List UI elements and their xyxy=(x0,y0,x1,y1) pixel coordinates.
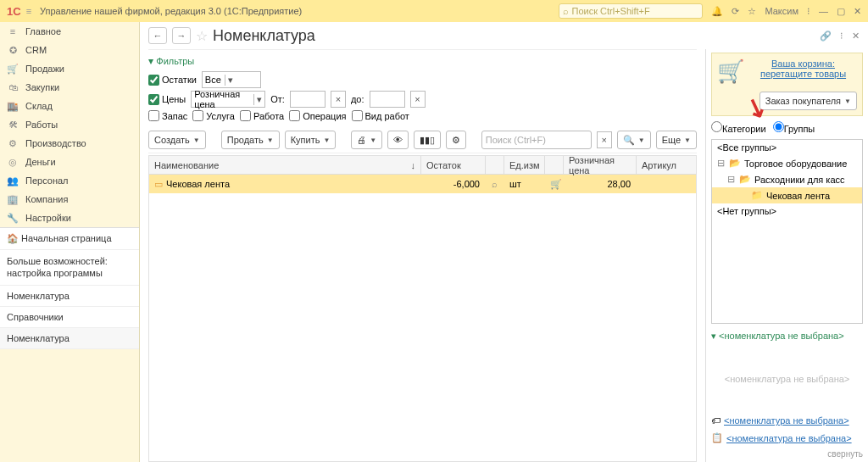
tree-node-trade[interactable]: ⊟📂Торговое оборудование xyxy=(712,155,862,171)
clear-search-button[interactable]: × xyxy=(597,131,612,148)
label: Купить xyxy=(291,135,320,145)
sort-icon: ↓ xyxy=(411,160,416,170)
sidebar-nomenclature-1[interactable]: Номенклатура xyxy=(0,286,139,307)
detail-panel-toggle[interactable]: ▾ <номенклатура не выбрана> xyxy=(711,329,863,343)
customer-order-button[interactable]: Заказ покупателя▼ xyxy=(760,92,857,110)
item-icon: ▭ xyxy=(154,179,163,190)
sidebar-item-warehouse[interactable]: 🏬Склад xyxy=(0,97,139,115)
copy-icon: 📋 xyxy=(711,432,723,443)
footer-link-1[interactable]: 🏷<номенклатура не выбрана> xyxy=(711,415,863,426)
settings-button[interactable]: ⚙ xyxy=(446,131,466,149)
people-icon: 👥 xyxy=(7,175,19,186)
user-name[interactable]: Максим xyxy=(765,6,798,16)
star-icon[interactable]: ☆ xyxy=(748,6,756,17)
filter-ostatki-combo[interactable]: Все▾ xyxy=(202,71,261,88)
sidebar-references[interactable]: Справочники xyxy=(0,307,139,328)
tree-all-groups[interactable]: <Все группы> xyxy=(712,140,862,155)
label: Наименование xyxy=(154,160,219,170)
close-tab-icon[interactable]: ✕ xyxy=(852,31,860,42)
maximize-icon[interactable]: ▢ xyxy=(837,6,845,17)
sidebar-home-page[interactable]: 🏠 Начальная страница xyxy=(0,227,139,250)
buy-button[interactable]: Купить▼ xyxy=(285,131,337,149)
filters-label: Фильтры xyxy=(156,56,194,66)
col-name[interactable]: Наименование↓ xyxy=(149,156,421,174)
create-button[interactable]: Создать▼ xyxy=(148,131,206,149)
collapse-icon[interactable]: ⊟ xyxy=(717,158,726,169)
radio-categories[interactable]: Категории xyxy=(711,121,766,134)
filter-ceny-combo[interactable]: Розничная цена▾ xyxy=(191,91,265,108)
lens-icon[interactable]: ⌕ xyxy=(486,179,504,189)
sidebar-item-works[interactable]: 🛠Работы xyxy=(0,115,139,134)
tree-node-consumables[interactable]: ⊟📂Расходники для касс xyxy=(712,171,862,187)
label: <номенклатура не выбрана> xyxy=(726,433,852,443)
col-price[interactable]: Розничная цена xyxy=(564,156,637,174)
sidebar-item-crm[interactable]: ✪CRM xyxy=(0,41,139,59)
filter-zapas-check[interactable]: Запас xyxy=(148,110,187,121)
sidebar-item-personnel[interactable]: 👥Персонал xyxy=(0,171,139,190)
radio-groups[interactable]: Группы xyxy=(773,121,815,134)
cart-add-icon[interactable]: 🛒 xyxy=(545,179,564,190)
filter-ostatki-check[interactable]: Остатки xyxy=(148,75,197,86)
sidebar-item-money[interactable]: ◎Деньги xyxy=(0,153,139,171)
global-search[interactable]: ⌕ Поиск Ctrl+Shift+F xyxy=(559,3,703,19)
sidebar-item-settings[interactable]: 🔧Настройки xyxy=(0,209,139,227)
history-icon[interactable]: ⟳ xyxy=(732,6,739,17)
tree-no-group[interactable]: <Нет группы> xyxy=(712,203,862,219)
sidebar-item-purchases[interactable]: 🛍Закупки xyxy=(0,78,139,97)
sidebar-item-production[interactable]: ⚙Производство xyxy=(0,134,139,153)
clear-to-button[interactable]: × xyxy=(410,91,426,108)
page-title: Номенклатура xyxy=(213,27,315,45)
filter-to-input[interactable] xyxy=(370,91,405,108)
sidebar-item-sales[interactable]: 🛒Продажи xyxy=(0,59,139,78)
collapse-icon[interactable]: ⊟ xyxy=(727,174,736,185)
filter-rabota-check[interactable]: Работа xyxy=(240,110,284,121)
link-icon[interactable]: 🔗 xyxy=(820,31,832,42)
col-art[interactable]: Артикул xyxy=(637,156,696,174)
bell-icon[interactable]: 🔔 xyxy=(711,6,723,17)
tree-node-receipt-tape[interactable]: 📁Чековая лента xyxy=(712,187,862,203)
filter-usluga-check[interactable]: Услуга xyxy=(192,110,235,121)
filter-ceny-check[interactable]: Цены xyxy=(148,94,186,105)
filter-vidrabot-check[interactable]: Вид работ xyxy=(352,110,409,121)
sidebar-more-options[interactable]: Больше возможностей: настройка программы xyxy=(0,250,139,286)
chevron-down-icon: ▾ xyxy=(225,75,233,86)
sidebar-item-main[interactable]: ≡Главное xyxy=(0,22,139,41)
coin-icon: ◎ xyxy=(7,157,19,168)
label: Еще xyxy=(662,135,681,145)
close-icon[interactable]: ✕ xyxy=(854,6,861,17)
search-placeholder: Поиск (Ctrl+F) xyxy=(486,135,546,145)
barcode-button[interactable]: ▮▮▯ xyxy=(414,131,441,149)
sidebar-label: Закупки xyxy=(25,82,59,92)
filters-toggle[interactable]: ▾ Фильтры xyxy=(148,53,697,69)
table-row[interactable]: ▭Чековая лента -6,000 ⌕ шт 🛒 28,00 xyxy=(149,175,696,193)
search-button[interactable]: 🔍▼ xyxy=(617,131,651,149)
cell-name: Чековая лента xyxy=(166,179,230,189)
label: Группы xyxy=(784,124,815,134)
col-ed[interactable]: Ед.изм xyxy=(504,156,545,174)
sidebar-item-company[interactable]: 🏢Компания xyxy=(0,190,139,209)
forward-button[interactable]: → xyxy=(172,27,191,44)
clear-from-button[interactable]: × xyxy=(331,91,346,108)
print-button[interactable]: 🖨▼ xyxy=(351,131,382,149)
collapse-panel-link[interactable]: свернуть xyxy=(711,449,863,459)
filter-oper-check[interactable]: Операция xyxy=(289,110,346,121)
view-button[interactable]: 👁 xyxy=(387,131,409,149)
favorite-star-icon[interactable]: ☆ xyxy=(196,28,208,44)
folder-icon: 📂 xyxy=(739,174,751,185)
chevron-down-icon: ▼ xyxy=(684,136,691,144)
back-button[interactable]: ← xyxy=(148,27,167,44)
filter-from-input[interactable] xyxy=(290,91,326,108)
cart-dropzone[interactable]: 🛒 Ваша корзина: перетащите товары ↘ Зака… xyxy=(711,53,863,116)
kebab-icon[interactable]: ⁝ xyxy=(840,31,843,42)
footer-link-2[interactable]: 📋<номенклатура не выбрана> xyxy=(711,431,863,444)
more-button[interactable]: Еще▼ xyxy=(656,131,697,149)
search-placeholder: Поиск Ctrl+Shift+F xyxy=(572,6,650,16)
hamburger-icon[interactable]: ≡ xyxy=(26,6,31,16)
sell-button[interactable]: Продать▼ xyxy=(221,131,280,149)
col-ostatok[interactable]: Остаток xyxy=(421,156,486,174)
filter-ceny-label: Цены xyxy=(162,94,186,104)
table-search[interactable]: Поиск (Ctrl+F) xyxy=(481,131,592,149)
minimize-icon[interactable]: — xyxy=(819,6,828,16)
overflow-icon[interactable]: ⁝ xyxy=(807,6,810,17)
sidebar-nomenclature-2[interactable]: Номенклатура xyxy=(0,328,139,349)
